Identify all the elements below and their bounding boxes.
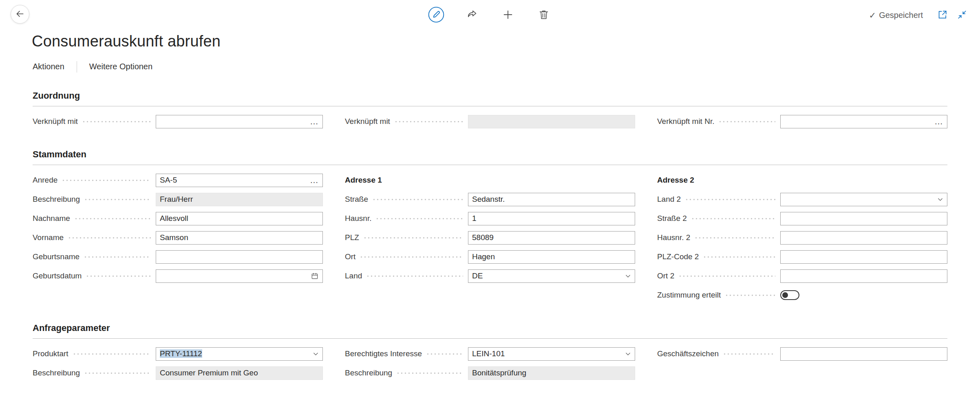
lookup-ellipsis-icon[interactable]: … (307, 119, 319, 124)
page-title: Consumerauskunft abrufen (32, 32, 980, 51)
hausnr2-input-box[interactable] (780, 231, 947, 245)
chevron-down-icon[interactable] (934, 196, 943, 203)
dotted-leader (426, 353, 463, 355)
dotted-leader (363, 237, 463, 239)
geburtsdatum-input-box[interactable] (156, 269, 323, 283)
hausnr2-input[interactable] (784, 233, 943, 242)
strasse2-input-box[interactable] (780, 212, 947, 225)
dotted-leader (62, 179, 151, 181)
vorname-input-box[interactable] (156, 231, 323, 245)
geschaeftszeichen-input[interactable] (784, 349, 943, 358)
field-label: Hausnr. 2 (657, 233, 694, 242)
field-label: Zustimmung erteilt (657, 291, 725, 300)
nachname-input-box[interactable] (156, 212, 323, 225)
dotted-leader (685, 198, 775, 201)
dotted-leader (74, 218, 151, 220)
geburtsdatum-input[interactable] (160, 271, 307, 280)
collapse-button[interactable] (956, 9, 968, 22)
produktart-combobox[interactable]: PRTY-11112 (156, 347, 323, 361)
zustimmung-toggle[interactable] (780, 290, 799, 300)
section-zuordnung: Zuordnung Verknüpft mit … Verknüpft mit (33, 90, 947, 131)
field-label: Vorname (33, 233, 68, 242)
edit-button[interactable] (427, 6, 446, 24)
land2-combobox[interactable] (780, 193, 947, 206)
geschaeftszeichen-input-box[interactable] (780, 347, 947, 361)
verknuepft-mit-nr-input[interactable] (784, 117, 931, 126)
geburtsname-input-box[interactable] (156, 250, 323, 264)
land-combobox[interactable] (468, 269, 635, 283)
dotted-leader (703, 256, 775, 258)
field-label: PLZ (345, 233, 363, 242)
hausnr-input[interactable] (472, 214, 631, 223)
field-beschreibung-produktart: Beschreibung (33, 364, 323, 383)
field-label: Geburtsdatum (33, 271, 86, 280)
produktart-value[interactable]: PRTY-11112 (160, 349, 309, 358)
calendar-icon[interactable] (307, 272, 319, 280)
verknuepft-mit-nr-input-box[interactable]: … (780, 115, 947, 128)
topbar: ✓ Gespeichert (0, 0, 980, 30)
delete-button[interactable] (534, 6, 553, 24)
plzcode2-input[interactable] (784, 252, 943, 261)
dotted-leader (394, 121, 463, 123)
dotted-leader (68, 237, 151, 239)
field-vorname: Vorname (33, 228, 323, 247)
check-icon: ✓ (869, 11, 876, 20)
land-input[interactable] (472, 271, 622, 280)
field-label: Verknüpft mit (33, 117, 82, 126)
plzcode2-input-box[interactable] (780, 250, 947, 264)
chevron-down-icon[interactable] (622, 273, 631, 279)
berechtigtes-interesse-combobox[interactable] (468, 347, 635, 361)
strasse-input-box[interactable] (468, 193, 635, 206)
field-label: Geburtsname (33, 252, 84, 261)
chevron-down-icon[interactable] (622, 351, 631, 357)
field-label: Anrede (33, 176, 62, 185)
section-heading-anfrageparameter[interactable]: Anfrageparameter (33, 323, 947, 339)
dotted-leader (396, 372, 463, 374)
field-ort: Ort (345, 247, 635, 267)
ort-input[interactable] (472, 252, 631, 261)
dotted-leader (691, 218, 775, 220)
ort2-input[interactable] (784, 271, 943, 280)
open-in-new-window-button[interactable] (937, 9, 948, 22)
field-geschaeftszeichen: Geschäftszeichen (657, 344, 947, 364)
plz-input-box[interactable] (468, 231, 635, 245)
verknuepft-mit-a-input-box[interactable]: … (156, 115, 323, 128)
plus-icon (502, 9, 514, 22)
menu-aktionen[interactable]: Aktionen (33, 62, 64, 71)
lookup-ellipsis-icon[interactable]: … (931, 119, 943, 124)
dotted-leader (84, 256, 151, 258)
anrede-input-box[interactable]: … (156, 174, 323, 187)
share-button[interactable] (463, 6, 481, 24)
ort2-input-box[interactable] (780, 269, 947, 283)
dotted-leader (366, 275, 463, 277)
section-heading-zuordnung[interactable]: Zuordnung (33, 90, 947, 106)
anfrage-col3: Geschäftszeichen (657, 344, 947, 383)
anrede-input[interactable] (160, 176, 307, 185)
section-heading-stammdaten[interactable]: Stammdaten (33, 149, 947, 165)
add-button[interactable] (499, 6, 517, 24)
collapse-arrows-icon (956, 9, 968, 22)
verknuepft-mit-a-input[interactable] (160, 117, 307, 126)
land2-input[interactable] (784, 195, 934, 204)
field-label: Verknüpft mit Nr. (657, 117, 718, 126)
ort-input-box[interactable] (468, 250, 635, 264)
nachname-input[interactable] (160, 214, 319, 223)
vorname-input[interactable] (160, 233, 319, 242)
hausnr-input-box[interactable] (468, 212, 635, 225)
share-icon (466, 9, 478, 22)
field-verknuepft-mit-a: Verknüpft mit … (33, 112, 323, 131)
dotted-leader (694, 237, 775, 239)
back-button[interactable] (11, 5, 29, 24)
lookup-ellipsis-icon[interactable]: … (307, 178, 319, 182)
strasse-input[interactable] (472, 195, 631, 204)
field-geburtsname: Geburtsname (33, 247, 323, 267)
field-land2: Land 2 (657, 190, 947, 209)
geburtsname-input[interactable] (160, 252, 319, 261)
plz-input[interactable] (472, 233, 631, 242)
beschreibung-anrede-input (160, 195, 319, 204)
field-produktart: Produktart PRTY-11112 (33, 344, 323, 364)
menu-weitere-optionen[interactable]: Weitere Optionen (89, 62, 152, 71)
berechtigtes-interesse-input[interactable] (472, 349, 622, 358)
chevron-down-icon[interactable] (309, 351, 319, 357)
strasse2-input[interactable] (784, 214, 943, 223)
